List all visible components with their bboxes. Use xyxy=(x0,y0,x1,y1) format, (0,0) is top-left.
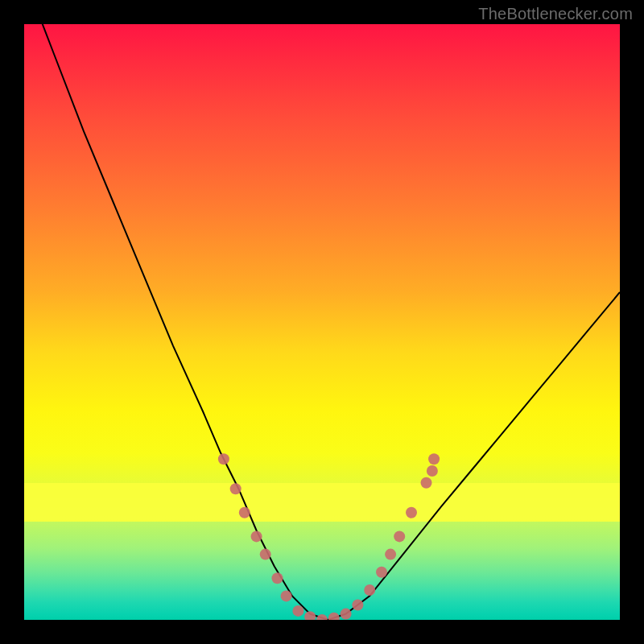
curve-marker xyxy=(328,613,340,620)
curve-marker xyxy=(316,614,328,620)
curve-marker xyxy=(218,453,229,464)
curve-marker xyxy=(281,590,292,601)
plot-area xyxy=(24,24,620,620)
chart-frame: TheBottlenecker.com xyxy=(0,0,644,644)
curve-marker xyxy=(352,600,363,611)
curve-marker xyxy=(364,584,375,596)
curve-marker xyxy=(385,549,396,560)
curve-marker xyxy=(376,567,387,578)
curve-marker xyxy=(304,611,316,620)
watermark-text: TheBottlenecker.com xyxy=(478,5,633,23)
curve-marker xyxy=(427,465,438,477)
curve-marker xyxy=(428,453,440,464)
curve-marker xyxy=(272,572,283,584)
curve-marker xyxy=(394,530,405,542)
bottleneck-curve-path xyxy=(24,24,620,620)
highlight-band xyxy=(24,483,620,522)
curve-markers xyxy=(218,453,440,620)
curve-marker xyxy=(292,605,303,617)
curve-marker xyxy=(260,549,271,560)
curve-marker xyxy=(251,530,262,542)
bottleneck-curve-svg xyxy=(24,24,620,620)
curve-marker xyxy=(341,609,352,620)
